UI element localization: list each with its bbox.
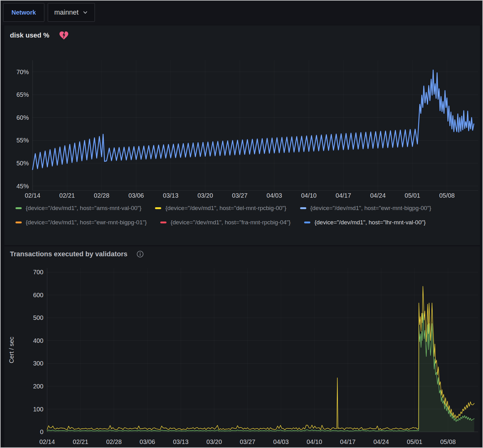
svg-text:02/21: 02/21 — [73, 438, 88, 445]
legend-label: {device="/dev/md1", host="lhr-mnt-val-00… — [314, 219, 426, 226]
series-color-chip — [300, 207, 306, 209]
variable-label-network: Network — [3, 3, 44, 22]
svg-text:60%: 60% — [16, 114, 29, 121]
svg-text:03/13: 03/13 — [163, 192, 179, 199]
series-color-chip — [155, 207, 161, 209]
svg-text:03/27: 03/27 — [232, 192, 247, 199]
legend-label: {device="/dev/md1", host="ams-mnt-val-00… — [26, 205, 141, 212]
network-select[interactable]: mainnet — [48, 3, 95, 22]
panel-title-disk-used[interactable]: disk used % — [10, 31, 49, 39]
svg-text:65%: 65% — [16, 91, 29, 98]
svg-text:05/08: 05/08 — [439, 192, 455, 199]
svg-text:04/10: 04/10 — [307, 438, 322, 445]
chevron-down-icon — [82, 9, 88, 16]
svg-text:05/01: 05/01 — [407, 438, 422, 445]
svg-text:03/06: 03/06 — [128, 192, 144, 199]
series-color-chip — [160, 222, 166, 223]
svg-text:100: 100 — [33, 406, 43, 413]
legend-item-lhr-mnt-val-00[interactable]: {device="/dev/md1", host="lhr-mnt-val-00… — [304, 217, 426, 228]
series-color-chip — [16, 207, 22, 209]
svg-text:02/14: 02/14 — [25, 192, 40, 199]
disk-used-chart[interactable]: 02/1402/2102/2803/0603/1303/2003/2704/03… — [4, 53, 480, 199]
svg-text:03/20: 03/20 — [206, 438, 222, 445]
info-circle-icon[interactable] — [136, 250, 144, 258]
legend-item-del-mnt-rpcbig-00[interactable]: {device="/dev/md1", host="del-mnt-rpcbig… — [155, 202, 286, 214]
legend-item-ams-mnt-val-00[interactable]: {device="/dev/md1", host="ams-mnt-val-00… — [16, 202, 141, 214]
svg-text:03/13: 03/13 — [173, 438, 188, 445]
panel-title-transactions[interactable]: Transactions executed by validators — [10, 250, 127, 258]
legend-label: {device="/dev/md1", host="ewr-mnt-bigpg-… — [310, 205, 431, 212]
panel-transactions-header: Transactions executed by validators — [10, 249, 144, 259]
svg-text:04/17: 04/17 — [340, 438, 356, 445]
svg-text:600: 600 — [33, 292, 43, 298]
heart-break-icon — [59, 30, 69, 41]
svg-text:04/10: 04/10 — [301, 192, 317, 199]
svg-text:04/03: 04/03 — [273, 438, 289, 445]
svg-text:03/06: 03/06 — [140, 438, 155, 445]
series-color-chip — [304, 222, 310, 223]
svg-text:02/21: 02/21 — [59, 192, 75, 199]
transactions-chart[interactable]: 02/1402/2102/2803/0603/1303/2003/2704/03… — [4, 264, 480, 448]
svg-text:05/01: 05/01 — [405, 192, 420, 199]
svg-text:03/20: 03/20 — [197, 192, 213, 199]
variable-bar: Network mainnet — [1, 1, 482, 25]
svg-text:500: 500 — [33, 314, 43, 321]
svg-text:200: 200 — [33, 383, 43, 390]
svg-text:04/17: 04/17 — [336, 192, 351, 199]
svg-text:45%: 45% — [16, 183, 29, 190]
svg-text:700: 700 — [33, 269, 43, 276]
svg-text:04/03: 04/03 — [267, 192, 282, 199]
series-color-chip — [16, 222, 22, 223]
svg-text:02/28: 02/28 — [106, 438, 122, 445]
svg-text:0: 0 — [40, 428, 43, 435]
legend-item-ewr-mnt-bigpg-00[interactable]: {device="/dev/md1", host="ewr-mnt-bigpg-… — [300, 202, 431, 214]
legend-item-fra-mnt-rpcbig-04[interactable]: {device="/dev/md1", host="fra-mnt-rpcbig… — [160, 217, 290, 228]
svg-text:70%: 70% — [16, 69, 29, 75]
svg-text:04/24: 04/24 — [373, 438, 389, 445]
legend-item-ewr-mnt-bigpg-01[interactable]: {device="/dev/md1", host="ewr-mnt-bigpg-… — [16, 217, 147, 228]
svg-text:400: 400 — [33, 337, 43, 344]
svg-text:05/08: 05/08 — [440, 438, 456, 445]
legend-label: {device="/dev/md1", host="fra-mnt-rpcbig… — [171, 219, 290, 226]
svg-text:55%: 55% — [16, 137, 29, 144]
svg-text:300: 300 — [33, 360, 43, 367]
svg-text:04/24: 04/24 — [370, 192, 386, 199]
svg-text:02/14: 02/14 — [39, 438, 55, 445]
panel-transactions: Transactions executed by validators 02/1… — [4, 246, 480, 448]
disk-used-legend: {device="/dev/md1", host="ams-mnt-val-00… — [16, 202, 475, 228]
svg-text:02/28: 02/28 — [94, 192, 109, 199]
panel-disk-used-header: disk used % — [10, 30, 69, 41]
legend-label: {device="/dev/md1", host="ewr-mnt-bigpg-… — [26, 219, 147, 226]
svg-text:50%: 50% — [16, 160, 29, 167]
panel-disk-used: disk used % 02/1402/2102/2803/0603/1303/… — [4, 25, 480, 245]
grafana-dashboard: Network mainnet disk used % 02/1402/2102… — [0, 0, 483, 448]
variable-label-text: Network — [11, 9, 36, 16]
svg-text:03/27: 03/27 — [240, 438, 255, 445]
network-select-value: mainnet — [54, 8, 78, 16]
legend-label: {device="/dev/md1", host="del-mnt-rpcbig… — [165, 205, 286, 212]
svg-text:Cert / sec: Cert / sec — [8, 337, 15, 363]
